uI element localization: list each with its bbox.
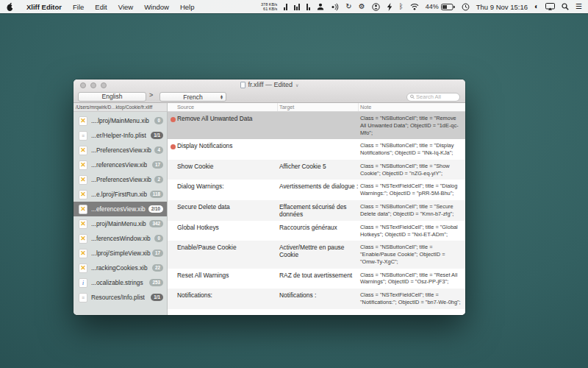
- note-cell: Class = "NSButtonCell"; title = "Enable/…: [359, 244, 465, 265]
- title-chevron-down-icon[interactable]: ∨: [295, 82, 298, 88]
- source-language-button[interactable]: English: [78, 92, 146, 102]
- network-meter-icon[interactable]: [306, 3, 310, 10]
- table-row[interactable]: Secure Delete dataEffacement sécurisé de…: [168, 200, 465, 221]
- table-row-selected[interactable]: Remove All Unwanted DataClass = "NSButto…: [168, 112, 465, 139]
- battery-indicator[interactable]: 44%: [426, 3, 455, 10]
- sidebar-item-file[interactable]: ✕...ferencesWindow.xib0: [74, 231, 167, 246]
- sidebar-file-list: ✕....lproj/MainMenu.xib0≡...er/Helper-In…: [74, 112, 167, 315]
- plist-file-icon: ≡: [79, 293, 87, 302]
- menu-view[interactable]: View: [118, 3, 133, 11]
- column-header-note[interactable]: Note: [359, 103, 465, 111]
- hotspot-icon[interactable]: [372, 3, 380, 11]
- target-cell: Activer/Mettre en pause Cookie: [278, 244, 359, 265]
- xliff-editor-window: fr.xliff — Edited ∨ English > French ▲▼: [74, 79, 465, 315]
- table-row[interactable]: Dialog Warnings:Avertissements de dialog…: [168, 180, 465, 200]
- translation-count-badge: 1/1: [151, 294, 163, 300]
- translation-count-badge: 253: [149, 279, 163, 286]
- translation-count-badge: 2: [154, 176, 163, 183]
- gear-icon[interactable]: ⚙: [359, 3, 365, 10]
- battery-icon: [441, 4, 455, 10]
- sidebar-item-file[interactable]: ✕...rackingCookies.xib22: [74, 261, 167, 275]
- disk-meter-icon[interactable]: [294, 3, 300, 10]
- translation-count-badge: 22: [152, 264, 163, 271]
- menu-file[interactable]: File: [73, 3, 84, 11]
- menu-help[interactable]: Help: [180, 3, 195, 11]
- table-row[interactable]: Global HotkeysRaccourcis générauxClass =…: [168, 221, 465, 241]
- file-name-label: ...lproj/SimpleView.xib: [91, 250, 151, 257]
- sidebar-item-file[interactable]: ✕...proj/MainMenu.xib342: [74, 216, 167, 231]
- file-path-bar: /Users/mrqwirk/D…ktop/Cookie/fr.xliff: [74, 103, 167, 112]
- sidebar-item-file[interactable]: ✕...referencesView.xib17: [74, 158, 167, 172]
- translation-count-badge: 17: [152, 161, 163, 168]
- bluetooth-icon[interactable]: ᛒ: [399, 3, 404, 10]
- target-cell: Raccourcis généraux: [278, 224, 359, 238]
- note-cell: Class = "NSTextFieldCell"; title = "Noti…: [359, 291, 465, 306]
- airplay-display-icon[interactable]: [545, 3, 555, 10]
- file-name-label: Resources/Info.plist: [91, 294, 145, 301]
- search-icon: [410, 94, 415, 99]
- language-direction-chevron-icon: >: [149, 91, 153, 100]
- sidebar-item-file[interactable]: ✕...PreferencesView.xib2: [74, 172, 167, 187]
- spotlight-icon[interactable]: [562, 3, 569, 10]
- table-row[interactable]: Reset All WarningsRAZ de tout avertissem…: [168, 269, 465, 289]
- sidebar-item-file[interactable]: ✕....lproj/MainMenu.xib0: [74, 113, 167, 128]
- window-content: /Users/mrqwirk/D…ktop/Cookie/fr.xliff ✕.…: [74, 103, 465, 315]
- menu-bar: Xliff Editor File Edit View Window Help …: [0, 0, 588, 13]
- menu-window[interactable]: Window: [144, 3, 169, 11]
- menu-bar-clock[interactable]: Thu 9 Nov 15:16: [476, 3, 528, 11]
- table-row[interactable]: Enable/Pause CookieActiver/Mettre en pau…: [168, 241, 465, 268]
- strings-file-icon: i: [79, 278, 87, 288]
- table-row[interactable]: Show CookieAfficher Cookie 5Class = "NSB…: [168, 160, 465, 180]
- sidebar-item-file[interactable]: ✕...PreferencesView.xib4: [74, 143, 167, 158]
- table-row[interactable]: Notifications:Notifications :Class = "NS…: [168, 289, 465, 309]
- source-cell: Display Notifications: [168, 142, 278, 157]
- column-header-target[interactable]: Target: [278, 103, 359, 111]
- xib-file-icon: ✕: [79, 249, 87, 258]
- file-name-label: ...er/Helper-Info.plist: [91, 132, 146, 139]
- window-title-text: fr.xliff — Edited: [248, 81, 293, 88]
- translation-count-badge: 1/1: [151, 132, 163, 138]
- target-language-popup[interactable]: French ▲▼: [159, 92, 226, 102]
- translation-table: Source Target Note Remove All Unwanted D…: [168, 103, 465, 315]
- xib-file-icon: ✕: [79, 116, 87, 126]
- target-cell: Effacement sécurisé des données: [278, 203, 359, 218]
- window-header: fr.xliff — Edited ∨ English > French ▲▼: [74, 79, 465, 103]
- source-cell: Global Hotkeys: [168, 224, 278, 238]
- network-speed-text[interactable]: 378 KB/s 61 KB/s: [261, 2, 277, 12]
- power-icon[interactable]: [387, 3, 392, 11]
- target-cell: Notifications :: [278, 291, 359, 306]
- sidebar-item-file[interactable]: ✕...lproj/SimpleView.xib17: [74, 246, 167, 261]
- column-header-source[interactable]: Source: [168, 103, 278, 111]
- sidebar-item-file[interactable]: i...ocalizable.strings253: [74, 275, 167, 290]
- table-row[interactable]: Display NotificationsClass = "NSButtonCe…: [168, 139, 465, 160]
- time-machine-icon[interactable]: [462, 3, 470, 11]
- source-cell: Secure Delete data: [168, 203, 278, 218]
- target-cell: Afficher Cookie 5: [278, 163, 359, 177]
- file-name-label: ...referencesView.xib: [91, 161, 147, 169]
- search-input[interactable]: [416, 93, 456, 100]
- signal-icon[interactable]: [331, 3, 339, 11]
- sidebar-item-file[interactable]: ≡...er/Helper-Info.plist1/1: [74, 128, 167, 143]
- note-cell: Class = "NSButtonCell"; title = "Display…: [359, 142, 465, 157]
- source-cell: Dialog Warnings:: [168, 183, 278, 197]
- xib-file-icon: ✕: [79, 234, 87, 244]
- sidebar-item-file-selected[interactable]: ✕...eferencesView.xib2/10: [74, 202, 167, 216]
- note-cell: Class = "NSButtonCell"; title = "Remove …: [359, 115, 465, 136]
- night-shift-icon[interactable]: ◐: [534, 3, 539, 10]
- sidebar-item-file[interactable]: ≡Resources/Info.plist1/1: [74, 290, 167, 305]
- sync-icon[interactable]: ↻: [345, 3, 351, 10]
- wifi-icon[interactable]: [410, 3, 419, 10]
- app-menu-title[interactable]: Xliff Editor: [26, 3, 62, 11]
- search-field[interactable]: [406, 93, 460, 102]
- xib-file-icon: ✕: [79, 175, 87, 185]
- cpu-meter-icon[interactable]: [284, 3, 287, 10]
- sidebar-item-file[interactable]: ✕...e.lproj/FirstRun.xib118: [74, 187, 167, 202]
- translation-count-badge: 0: [154, 117, 163, 124]
- apple-menu-icon[interactable]: [6, 2, 14, 12]
- user-icon[interactable]: [317, 3, 324, 10]
- source-cell: Show Cookie: [168, 163, 278, 177]
- toolbar: English > French ▲▼: [74, 91, 465, 103]
- menu-edit[interactable]: Edit: [95, 3, 107, 11]
- notification-center-icon[interactable]: ☰: [576, 3, 582, 10]
- untranslated-dot-icon: [171, 117, 176, 122]
